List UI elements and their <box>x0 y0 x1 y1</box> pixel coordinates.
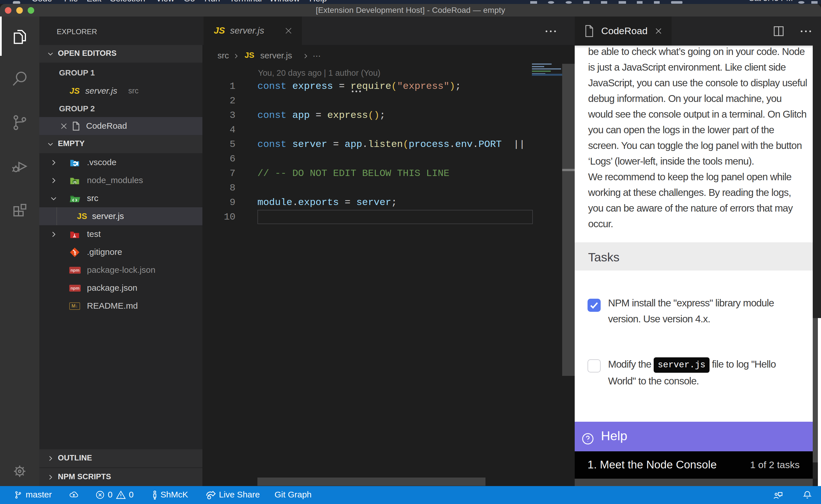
svg-text:JS: JS <box>73 180 76 184</box>
